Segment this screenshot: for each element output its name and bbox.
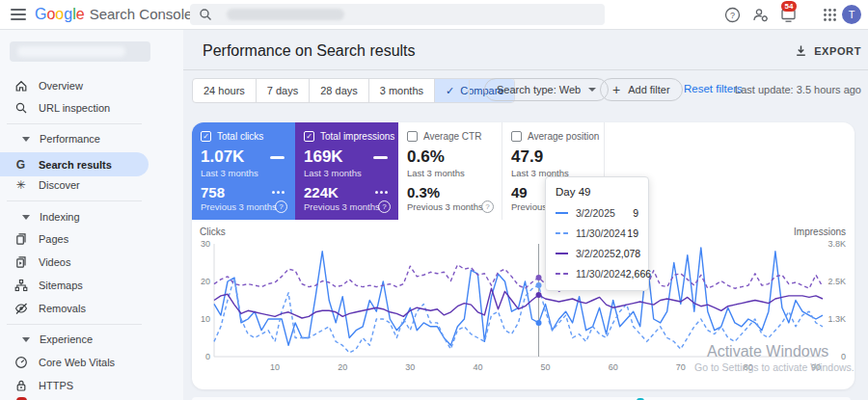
sidebar-item-overview[interactable]: Overview xyxy=(0,74,183,97)
logo-letter: G xyxy=(35,6,46,23)
svg-text:20: 20 xyxy=(338,362,347,372)
solid-line-indicator xyxy=(373,156,388,159)
sidebar-item-https[interactable]: HTTPS xyxy=(0,374,183,397)
checkbox-checked[interactable]: ✓ xyxy=(304,131,314,142)
svg-text:0: 0 xyxy=(205,352,210,361)
svg-text:30: 30 xyxy=(405,362,415,372)
metric-period: Last 3 months xyxy=(304,168,390,178)
tooltip-title: Day 49 xyxy=(556,186,638,198)
chevron-down-icon xyxy=(22,215,30,220)
sidebar-section-indexing[interactable]: Indexing xyxy=(0,206,183,227)
svg-text:30: 30 xyxy=(201,239,210,249)
search-type-dropdown[interactable]: Search type: Web xyxy=(484,78,609,101)
user-settings-icon[interactable] xyxy=(752,7,769,23)
sidebar: Overview URL inspection Performance G Se… xyxy=(0,30,183,400)
sidebar-section-label: Performance xyxy=(40,133,100,145)
plus-icon: + xyxy=(612,83,620,96)
svg-text:10: 10 xyxy=(270,362,280,372)
sidebar-item-label: Pages xyxy=(39,233,68,245)
g-search-results-icon: G xyxy=(14,157,28,172)
export-button[interactable]: EXPORT xyxy=(795,44,861,57)
search-input[interactable] xyxy=(190,4,605,25)
clicks-current-swatch xyxy=(556,212,568,214)
range-24-hours-button[interactable]: 24 hours xyxy=(193,79,256,102)
app-header: Google Search Console ? 54 T xyxy=(0,0,868,30)
sidebar-item-label: Search results xyxy=(39,159,112,171)
clicks-previous-swatch xyxy=(556,232,568,234)
help-icon[interactable]: ? xyxy=(724,7,741,23)
search-icon xyxy=(199,8,212,21)
tooltip-row: 3/2/2025 9 xyxy=(556,202,638,223)
metric-period: Last 3 months xyxy=(407,168,493,178)
sidebar-section-experience[interactable]: Experience xyxy=(0,329,183,350)
svg-text:?: ? xyxy=(730,11,735,20)
chevron-down-icon xyxy=(588,88,596,92)
metric-value-previous: 0.3% xyxy=(407,184,440,200)
hamburger-menu-icon[interactable] xyxy=(11,9,26,20)
metric-value-previous: 758 xyxy=(201,184,225,200)
chevron-down-icon xyxy=(22,337,30,342)
avatar[interactable]: T xyxy=(842,5,861,24)
metric-period: Last 3 months xyxy=(201,168,286,178)
logo-letter: e xyxy=(76,6,85,23)
add-filter-button[interactable]: + Add filter xyxy=(600,78,683,101)
download-icon xyxy=(795,44,807,57)
svg-text:20: 20 xyxy=(201,277,210,286)
svg-text:70: 70 xyxy=(676,362,686,372)
help-icon[interactable]: ? xyxy=(378,200,391,213)
svg-text:10: 10 xyxy=(201,314,210,324)
help-icon[interactable]: ? xyxy=(481,200,494,213)
reset-filters-link[interactable]: Reset filters xyxy=(684,83,743,94)
metric-value: 169K xyxy=(304,147,343,167)
sidebar-item-url-inspection[interactable]: URL inspection xyxy=(0,96,183,120)
sidebar-item-core-web-vitals[interactable]: Core Web Vitals xyxy=(0,351,183,374)
sidebar-item-label: Sitemaps xyxy=(39,280,83,291)
sidebar-item-label: Overview xyxy=(39,80,83,92)
sitemaps-icon xyxy=(14,279,28,293)
search-query-redacted xyxy=(227,9,344,20)
sidebar-item-label: HTTPS xyxy=(39,380,73,391)
range-7-days-button[interactable]: 7 days xyxy=(256,79,309,102)
svg-text:0: 0 xyxy=(841,352,846,361)
apps-grid-icon[interactable] xyxy=(822,7,838,23)
help-icon[interactable]: ? xyxy=(275,200,287,213)
sidebar-item-sitemaps[interactable]: Sitemaps xyxy=(0,274,183,297)
sidebar-item-pages[interactable]: Pages xyxy=(0,227,183,251)
metric-period: Previous 3 months xyxy=(407,201,493,212)
solid-line-indicator xyxy=(270,156,285,159)
sidebar-item-discover[interactable]: ✳ Discover xyxy=(0,173,183,197)
google-search-console-logo[interactable]: Google Search Console xyxy=(35,6,192,23)
checkbox-unchecked[interactable]: ✓ xyxy=(407,131,418,142)
sidebar-item-label: Discover xyxy=(39,179,80,191)
activate-windows-watermark: Activate Windows xyxy=(707,343,828,360)
checkbox-checked[interactable]: ✓ xyxy=(201,131,211,142)
checkbox-unchecked[interactable]: ✓ xyxy=(511,131,522,142)
chevron-down-icon xyxy=(22,137,30,142)
removals-eye-off-icon xyxy=(14,302,28,316)
svg-text:1.3K: 1.3K xyxy=(827,314,846,324)
sidebar-section-label: Indexing xyxy=(40,211,80,223)
property-selector-redacted[interactable] xyxy=(10,41,150,62)
chart-tooltip: Day 49 3/2/2025 9 11/30/2024 19 3/2/2025… xyxy=(545,176,649,291)
range-3-months-button[interactable]: 3 months xyxy=(368,79,434,102)
sidebar-item-removals[interactable]: Removals xyxy=(0,297,183,320)
svg-text:2.5K: 2.5K xyxy=(827,277,846,286)
metric-card-average-ctr[interactable]: ✓Average CTR 0.6% Last 3 months 0.3% Pre… xyxy=(398,122,502,220)
metric-card-total-clicks[interactable]: ✓Total clicks 1.07K Last 3 months 758 Pr… xyxy=(192,122,295,220)
sidebar-divider xyxy=(7,200,142,201)
dashed-line-indicator xyxy=(272,191,285,194)
metric-value-previous: 49 xyxy=(511,184,528,200)
impressions-current-swatch xyxy=(556,253,568,254)
range-28-days-button[interactable]: 28 days xyxy=(309,79,368,102)
filter-bar: 24 hours 7 days 28 days 3 months ✓ Compa… xyxy=(183,78,868,103)
sidebar-section-performance[interactable]: Performance xyxy=(0,128,183,149)
pages-icon xyxy=(14,232,28,247)
metric-card-total-impressions[interactable]: ✓Total impressions 169K Last 3 months 22… xyxy=(295,122,398,220)
divider xyxy=(469,80,470,99)
sidebar-item-label: Videos xyxy=(39,256,70,268)
activate-windows-watermark-sub: Go to Settings to activate Windows. xyxy=(694,361,854,373)
home-icon xyxy=(14,79,28,93)
logo-letter: o xyxy=(46,6,55,23)
sidebar-item-videos[interactable]: Videos xyxy=(0,251,183,274)
svg-text:60: 60 xyxy=(609,362,618,372)
